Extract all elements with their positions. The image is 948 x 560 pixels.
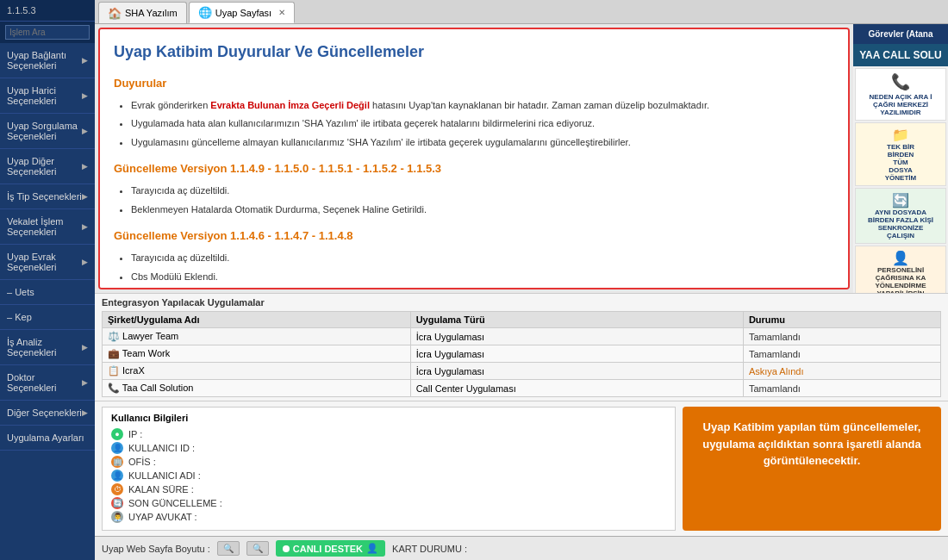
sidebar-item-baglanti[interactable]: Uyap Bağlantı Seçenekleri▶	[0, 43, 95, 78]
duyuru-item-1: Evrak gönderirken Evrakta Bulunan İmza G…	[131, 98, 834, 114]
update-icon: 🔄	[111, 497, 123, 509]
sidebar-item-diger[interactable]: Uyap Diğer Seçenekleri▶	[0, 149, 95, 184]
announcement-title: Uyap Katibim Duyurular Ve Güncellemeler	[114, 40, 834, 65]
col-company: Şirket/Uygulama Adı	[103, 312, 411, 328]
integration-table: Şirket/Uygulama Adı Uygulama Türü Durumu…	[102, 311, 941, 397]
v2-item-2: Cbs Modülü Eklendi.	[131, 270, 834, 285]
ad-logo: YAA CALL SOLU	[853, 44, 948, 66]
office-icon: 🏢	[111, 456, 123, 468]
user-ip-row: ● IP :	[111, 428, 666, 440]
table-row: 📋 IcraX İcra Uygulaması Askıya Alındı	[103, 363, 941, 380]
duyurular-title: Duyurular	[114, 75, 834, 93]
person-icon: 👤	[859, 250, 942, 266]
v1-item-1: Tarayıcıda aç düzeltildi.	[131, 184, 834, 199]
user-info-panel: Kullanıcı Bilgileri ● IP : 👤 KULLANICI I…	[102, 407, 676, 531]
version1-title: Güncelleme Versiyon 1.1.4.9 - 1.1.5.0 - …	[114, 160, 834, 178]
card-status-label: KART DURUMU :	[392, 544, 467, 554]
sidebar-item-harici[interactable]: Uyap Harici Seçenekleri▶	[0, 78, 95, 114]
ad-block-1[interactable]: 📞 NEDEN AÇIK ARA İ ÇAĞRI MERKEZİ YAZILIM…	[855, 68, 946, 121]
lawyer-icon: 👨‍💼	[111, 511, 123, 523]
support-icon: 👤	[366, 543, 378, 554]
sidebar-item-kep[interactable]: – Kep	[0, 305, 95, 330]
version1-list: Tarayıcıda aç düzeltildi. Beklenmeyen Ha…	[114, 184, 834, 217]
main-content: 🏠 SHA Yazılım 🌐 Uyap Sayfası ✕ Uyap Kati…	[95, 0, 948, 560]
ad-block-2[interactable]: 📁 TEK BİR BİRDEN TÜM DOSYA YÖNETİM	[855, 122, 946, 186]
row3-icon: 📋	[108, 365, 120, 376]
ip-icon: ●	[111, 428, 123, 440]
v2-item-3: Ptt Uets ve Ptt Kep Sistemleri Uyap Kati…	[131, 288, 834, 289]
size-label: Uyap Web Sayfa Boyutu :	[102, 544, 210, 554]
duyuru-item-3: Uygulamasını güncelleme almayan kullanıc…	[131, 135, 834, 151]
user-lawyer-row: 👨‍💼 UYAP AVUKAT :	[111, 511, 666, 523]
sidebar: 1.1.5.3 Uyap Bağlantı Seçenekleri▶ Uyap …	[0, 0, 95, 560]
table-row: 💼 Team Work İcra Uygulaması Tamamlandı	[103, 345, 941, 363]
version2-list: Tarayıcıda aç düzeltildi. Cbs Modülü Ekl…	[114, 251, 834, 289]
integration-section: Entegrasyon Yapılacak Uygulamalar Şirket…	[95, 293, 948, 401]
sidebar-item-vekalet[interactable]: Vekalet İşlem Seçenekleri▶	[0, 209, 95, 245]
col-status: Durumu	[743, 312, 940, 328]
row1-icon: ⚖️	[108, 331, 120, 341]
userid-icon: 👤	[111, 442, 123, 454]
zoom-reset-button[interactable]: 🔍	[246, 541, 269, 556]
sidebar-item-evrak[interactable]: Uyap Evrak Seçenekleri▶	[0, 245, 95, 280]
v1-item-2: Beklenmeyen Hatalarda Otomatik Durdurma,…	[131, 202, 834, 218]
tab-close-button[interactable]: ✕	[278, 8, 285, 17]
orange-popup: Uyap Katibim yapılan tüm güncellemeler, …	[683, 407, 941, 531]
status-bar: Uyap Web Sayfa Boyutu : 🔍 🔍 CANLI DESTEK…	[95, 536, 948, 560]
right-panel: Görevler (Atana YAA CALL SOLU 📞 NEDEN AÇ…	[853, 24, 948, 293]
sidebar-item-diger2[interactable]: Diğer Seçenekleri▶	[0, 401, 95, 426]
sidebar-item-ayarlar[interactable]: Uygulama Ayarları	[0, 426, 95, 451]
col-type: Uygulama Türü	[410, 312, 743, 328]
live-dot	[283, 545, 290, 552]
user-id-row: 👤 KULLANICI ID :	[111, 442, 666, 454]
content-area: Uyap Katibim Duyurular Ve Güncellemeler …	[95, 24, 948, 293]
app-version: 1.1.5.3	[0, 0, 95, 22]
sha-icon: 🏠	[108, 7, 122, 20]
table-row: 📞 Taa Call Solution Call Center Uygulama…	[103, 380, 941, 397]
username-icon: 👤	[111, 470, 123, 482]
user-office-row: 🏢 OFİS :	[111, 456, 666, 468]
ad-block-4[interactable]: 👤 PERSONELİNİ ÇAĞRISINA KA YÖNLENDİRME Y…	[855, 246, 946, 293]
right-panel-header: Görevler (Atana	[853, 24, 948, 44]
row4-icon: 📞	[108, 383, 120, 393]
uyap-icon: 🌐	[198, 6, 212, 19]
table-row: ⚖️ Lawyer Team İcra Uygulaması Tamamland…	[103, 328, 941, 345]
v2-item-1: Tarayıcıda aç düzeltildi.	[131, 251, 834, 266]
highlight-text: Evrakta Bulunan İmza Geçerli Değil	[210, 100, 370, 110]
row2-icon: 💼	[108, 348, 120, 358]
sidebar-item-doktor[interactable]: Doktor Seçenekleri▶	[0, 365, 95, 401]
time-icon: ⏱	[111, 483, 123, 495]
tab-sha[interactable]: 🏠 SHA Yazılım	[98, 2, 187, 23]
integration-title: Entegrasyon Yapılacak Uygulamalar	[102, 297, 941, 308]
call-icon: 📞	[859, 72, 942, 91]
user-time-row: ⏱ KALAN SÜRE :	[111, 483, 666, 495]
user-update-row: 🔄 SON GÜNCELLEME :	[111, 497, 666, 509]
user-info-area: Kullanıcı Bilgileri ● IP : 👤 KULLANICI I…	[95, 401, 948, 536]
announcement-panel: Uyap Katibim Duyurular Ve Güncellemeler …	[98, 28, 850, 289]
live-support-button[interactable]: CANLI DESTEK 👤	[276, 540, 385, 557]
folder-icon: 📁	[859, 127, 942, 143]
sync-icon: 🔄	[859, 192, 942, 208]
sidebar-item-tip[interactable]: İş Tip Seçenekleri▶	[0, 184, 95, 209]
sidebar-item-analiz[interactable]: İş Analiz Seçenekleri▶	[0, 330, 95, 365]
ad-block-3[interactable]: 🔄 AYNI DOSYADA BİRDEN FAZLA KİŞİ SENKRON…	[855, 188, 946, 244]
duyurular-list: Evrak gönderirken Evrakta Bulunan İmza G…	[114, 98, 834, 151]
user-name-row: 👤 KULLANICI ADI :	[111, 470, 666, 482]
zoom-search-button[interactable]: 🔍	[217, 541, 240, 556]
tab-uyap[interactable]: 🌐 Uyap Sayfası ✕	[189, 2, 295, 23]
user-info-title: Kullanıcı Bilgileri	[111, 413, 666, 423]
search-input[interactable]	[5, 25, 90, 40]
version2-title: Güncelleme Versiyon 1.1.4.6 - 1.1.4.7 - …	[114, 227, 834, 246]
duyuru-item-2: Uygulamada hata alan kullanıcılarımızın …	[131, 116, 834, 132]
sidebar-item-uets[interactable]: – Uets	[0, 280, 95, 305]
tab-bar: 🏠 SHA Yazılım 🌐 Uyap Sayfası ✕	[95, 0, 948, 24]
sidebar-item-sorgulama[interactable]: Uyap Sorgulama Seçenekleri▶	[0, 114, 95, 149]
